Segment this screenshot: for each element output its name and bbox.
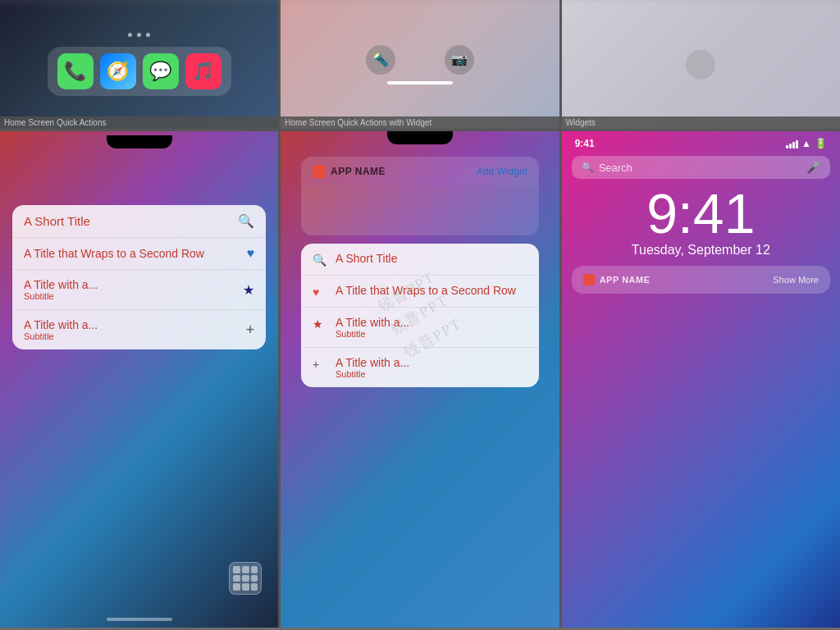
widget-card: APP NAME Add Widget: [301, 157, 539, 235]
top-left-cell: 📞 🧭 💬 🎵 Home Screen Quick Actions: [0, 0, 281, 129]
mid-qa-title-2: A Title that Wraps to a Second Row: [336, 284, 527, 297]
mid-qa-title-4: A Title with a...: [336, 356, 527, 369]
bar-2: [789, 144, 792, 148]
mid-qa-subtitle-3: Subtitle: [336, 329, 527, 339]
qa-text-3: A Title with a... Subtitle: [24, 278, 243, 301]
widget-app-name: APP NAME: [313, 165, 386, 178]
bot-left-content: A Short Title 🔍 A Title that Wraps to a …: [0, 131, 278, 628]
mid-qa-subtitle-4: Subtitle: [336, 369, 527, 379]
qa-subtitle-3: Subtitle: [24, 291, 243, 301]
search-icon-lock: 🔍: [582, 162, 594, 173]
mid-notch: [387, 131, 453, 144]
grid-dot: [251, 566, 258, 573]
dot-3: [146, 33, 150, 37]
qa-item-2[interactable]: A Title that Wraps to a Second Row ♥: [12, 238, 266, 270]
qa-title-3: A Title with a...: [24, 278, 243, 291]
notif-header: APP NAME Show More: [583, 274, 819, 285]
dot-1: [128, 33, 132, 37]
bot-right-content: 9:41 ▲ 🔋 🔍 Search 🎤: [562, 131, 840, 628]
qa-subtitle-4: Subtitle: [24, 331, 246, 341]
wifi-icon: ▲: [801, 138, 811, 149]
bot-mid-cell: APP NAME Add Widget 🔍 A Short Title ♥: [281, 131, 561, 628]
camera-button[interactable]: 📷: [445, 45, 474, 75]
app-icon-square: [313, 165, 326, 178]
page-dots: [128, 33, 150, 37]
top-left-content: 📞 🧭 💬 🎵: [0, 0, 278, 129]
notif-app-name: APP NAME: [600, 275, 651, 285]
music-icon[interactable]: 🎵: [185, 53, 221, 89]
control-buttons: 🔦 📷: [366, 45, 474, 75]
qa-text-4: A Title with a... Subtitle: [24, 318, 246, 341]
top-left-label: Home Screen Quick Actions: [0, 116, 278, 129]
show-more-button[interactable]: Show More: [773, 275, 819, 285]
widget-body: [301, 186, 539, 235]
grid-dot: [251, 575, 258, 582]
clock-display: 9:41 Tuesday, September 12: [562, 185, 840, 258]
signal-bars: [786, 139, 798, 148]
mid-qa-item-1[interactable]: 🔍 A Short Title: [301, 244, 539, 276]
actions-card-mid: 🔍 A Short Title ♥ A Title that Wraps to …: [301, 244, 539, 387]
search-placeholder: Search: [599, 162, 801, 174]
mid-qa-item-2[interactable]: ♥ A Title that Wraps to a Second Row: [301, 276, 539, 308]
battery-icon: 🔋: [815, 138, 827, 149]
top-mid-label: Home Screen Quick Actions with Widget: [281, 116, 559, 129]
search-icon-1: 🔍: [238, 213, 254, 229]
star-icon: ★: [243, 282, 254, 298]
messages-icon[interactable]: 💬: [143, 53, 179, 89]
mic-icon: 🎤: [806, 161, 820, 174]
qa-item-3[interactable]: A Title with a... Subtitle ★: [12, 270, 266, 310]
top-right-cell: Widgets: [562, 0, 840, 129]
bar-1: [786, 145, 788, 148]
phone-icon[interactable]: 📞: [57, 53, 94, 89]
plus-icon: +: [246, 322, 255, 339]
top-right-label: Widgets: [562, 116, 840, 129]
mid-qa-item-4[interactable]: + A Title with a... Subtitle: [301, 348, 539, 387]
grid-dot: [233, 575, 240, 582]
qa-text-1: A Short Title: [24, 214, 238, 228]
bot-mid-content: APP NAME Add Widget 🔍 A Short Title ♥: [281, 131, 559, 628]
search-bar[interactable]: 🔍 Search 🎤: [572, 156, 830, 179]
grid-dot: [233, 583, 240, 591]
add-widget-button[interactable]: Add Widget: [477, 166, 527, 177]
mid-qa-text-1: A Short Title: [336, 252, 527, 265]
mid-qa-title-1: A Short Title: [336, 252, 527, 265]
safari-icon[interactable]: 🧭: [100, 53, 136, 89]
bot-left-cell: A Short Title 🔍 A Title that Wraps to a …: [0, 131, 281, 628]
notif-app-icon: [583, 274, 595, 285]
qa-item-4[interactable]: A Title with a... Subtitle +: [12, 310, 266, 349]
clock-date: Tuesday, September 12: [562, 243, 840, 258]
plus-icon-mid: +: [313, 358, 327, 371]
mid-qa-text-4: A Title with a... Subtitle: [336, 356, 527, 379]
bar-4: [796, 140, 798, 148]
grid-dot: [233, 566, 240, 573]
home-indicator: [387, 81, 453, 84]
flashlight-button[interactable]: 🔦: [366, 45, 395, 75]
top-mid-cell: 🔦 📷 Home Screen Quick Actions with Widge…: [281, 0, 561, 129]
app-grid-icon: [229, 562, 262, 595]
heart-icon: ♥: [247, 246, 255, 261]
phone-notch: [107, 135, 172, 148]
grid-dot: [242, 575, 249, 582]
search-icon-mid: 🔍: [313, 253, 327, 267]
mid-qa-item-3[interactable]: ★ A Title with a... Subtitle: [301, 308, 539, 348]
mid-qa-text-2: A Title that Wraps to a Second Row: [336, 284, 527, 297]
quick-actions-card-left: A Short Title 🔍 A Title that Wraps to a …: [12, 205, 266, 349]
bot-right-cell: 9:41 ▲ 🔋 🔍 Search 🎤: [562, 131, 840, 628]
clock-time: 9:41: [562, 185, 840, 241]
heart-icon-mid: ♥: [313, 285, 327, 299]
widget-header: APP NAME Add Widget: [301, 157, 539, 186]
notification-card[interactable]: APP NAME Show More: [572, 266, 830, 294]
widget-placeholder: [686, 50, 715, 80]
app-icons-row: 📞 🧭 💬 🎵: [48, 47, 231, 96]
dot-2: [137, 33, 141, 37]
grid-dot: [242, 566, 249, 573]
top-right-content: [562, 0, 840, 129]
qa-title-4: A Title with a...: [24, 318, 246, 331]
qa-title-2: A Title that Wraps to a Second Row: [24, 247, 247, 260]
bar-3: [792, 142, 795, 148]
status-icons: ▲ 🔋: [786, 138, 827, 149]
mid-qa-text-3: A Title with a... Subtitle: [336, 316, 527, 339]
qa-text-2: A Title that Wraps to a Second Row: [24, 247, 247, 260]
notch-area: [0, 131, 278, 148]
qa-item-1[interactable]: A Short Title 🔍: [12, 205, 266, 238]
